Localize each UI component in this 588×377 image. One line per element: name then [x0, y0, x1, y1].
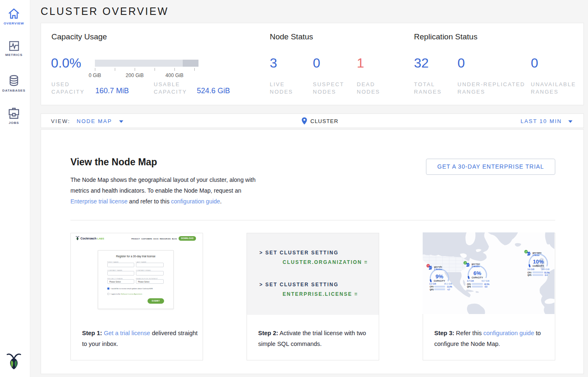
svg-text:CPU: CPU: [528, 272, 532, 274]
svg-text:35.1 GiB: 35.1 GiB: [444, 283, 452, 285]
svg-text:2 Nodes: 2 Nodes: [472, 265, 480, 268]
svg-text:CAPACITY: CAPACITY: [532, 265, 544, 267]
svg-text:10%: 10%: [533, 259, 544, 265]
svg-text:0.4: 0.4: [545, 274, 548, 276]
svg-text:CPU: CPU: [430, 286, 434, 288]
svg-text:1 Node: 1 Node: [532, 254, 540, 256]
svg-text:QPS: QPS: [467, 286, 471, 288]
svg-text:CAPACITY: CAPACITY: [472, 276, 483, 279]
svg-text:QPS: QPS: [430, 289, 434, 291]
svg-text:34.4 GiB: 34.4 GiB: [542, 268, 550, 271]
svg-text:4.7: 4.7: [448, 289, 450, 291]
svg-text:geo=nyc: geo=nyc: [472, 263, 480, 265]
svg-text:CPU: CPU: [467, 283, 471, 285]
svg-text:geo=sfo: geo=sfo: [434, 266, 442, 268]
svg-text:CAPACITY: CAPACITY: [434, 280, 445, 282]
svg-text:2 Nodes: 2 Nodes: [434, 268, 443, 271]
svg-text:11.0%: 11.0%: [447, 286, 452, 288]
svg-text:43.7 GiB: 43.7 GiB: [482, 280, 490, 282]
svg-text:QPS: QPS: [528, 274, 532, 276]
svg-text:3.6 GiB: 3.6 GiB: [528, 268, 535, 271]
svg-text:6%: 6%: [474, 270, 482, 276]
svg-text:53.3%: 53.3%: [544, 272, 549, 274]
svg-text:3.7 GiB: 3.7 GiB: [467, 280, 474, 282]
svg-text:0.0: 0.0: [485, 286, 488, 288]
svg-text:3.2 GiB: 3.2 GiB: [429, 283, 436, 285]
svg-text:42.5%: 42.5%: [484, 283, 489, 285]
svg-text:9%: 9%: [436, 273, 443, 280]
svg-text:geo=ams: geo=ams: [532, 251, 542, 254]
